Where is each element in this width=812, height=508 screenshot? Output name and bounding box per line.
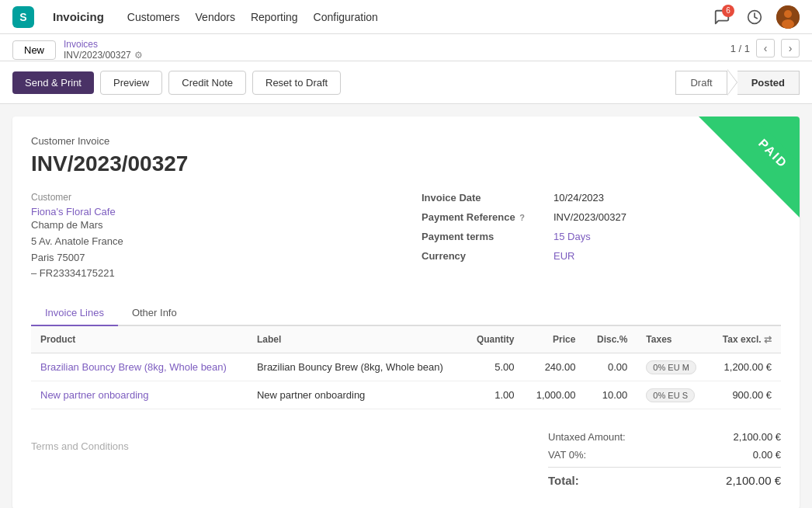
pagination: 1 / 1 ‹ › (730, 39, 800, 61)
untaxed-value: 2,100.00 € (734, 431, 781, 443)
customer-section: Customer Fiona's Floral Cafe Champ de Ma… (31, 192, 390, 282)
table-row: Brazilian Bouncy Brew (8kg, Whole bean) … (31, 353, 781, 381)
row1-disc: 0.00 (585, 353, 637, 381)
payment-reference-value: INV/2023/00327 (553, 211, 626, 223)
col-taxes: Taxes (637, 326, 709, 353)
row1-tax-badge: 0% EU M (646, 360, 696, 374)
col-disc: Disc.% (585, 326, 637, 353)
vat-value: 0.00 € (753, 449, 781, 461)
prev-page-button[interactable]: ‹ (756, 39, 775, 57)
customer-address: Champ de Mars 5 Av. Anatole France Paris… (31, 217, 123, 282)
action-bar: Send & Print Preview Credit Note Reset t… (0, 61, 812, 104)
nav-vendors[interactable]: Vendors (196, 8, 235, 26)
invoice-content: PAID Customer Invoice INV/2023/00327 Cus… (12, 117, 800, 508)
total-label: Total: (548, 474, 579, 487)
svg-point-3 (782, 19, 794, 29)
user-avatar[interactable] (776, 5, 800, 29)
currency-value[interactable]: EUR (553, 250, 574, 262)
info-section: Customer Fiona's Floral Cafe Champ de Ma… (31, 192, 781, 282)
payment-reference-info-icon[interactable]: ? (519, 213, 525, 222)
payment-terms-label: Payment terms (422, 231, 546, 242)
totals-section: Untaxed Amount: 2,100.00 € VAT 0%: 0.00 … (548, 428, 781, 490)
credit-note-button[interactable]: Credit Note (168, 71, 246, 95)
currency-label: Currency (422, 250, 546, 262)
send-print-button[interactable]: Send & Print (12, 71, 94, 94)
table-row: New partner onboarding New partner onboa… (31, 381, 781, 409)
col-price: Price (524, 326, 585, 353)
tabs: Invoice Lines Other Info (31, 301, 781, 326)
page-info: 1 / 1 (730, 43, 750, 54)
posted-status-button[interactable]: Posted (737, 71, 800, 95)
nav-customers[interactable]: Customers (127, 8, 180, 26)
messaging-icon[interactable]: 6 (711, 6, 733, 28)
col-quantity: Quantity (464, 326, 524, 353)
app-name: Invoicing (53, 10, 104, 23)
currency-row: Currency EUR (422, 250, 781, 262)
untaxed-label: Untaxed Amount: (548, 431, 626, 443)
invoice-date-label: Invoice Date (422, 192, 546, 204)
payment-reference-label: Payment Reference ? (422, 211, 546, 223)
table-settings-icon[interactable]: ⇄ (764, 334, 772, 345)
row1-label: Brazilian Bouncy Brew (8kg, Whole bean) (248, 353, 464, 381)
invoice-table: Product Label Quantity Price Disc.% Taxe… (31, 326, 781, 409)
next-page-button[interactable]: › (781, 39, 800, 57)
vat-row: VAT 0%: 0.00 € (548, 446, 781, 464)
customer-label: Customer (31, 192, 123, 203)
clock-icon[interactable] (744, 6, 765, 28)
terms-conditions[interactable]: Terms and Conditions (31, 428, 129, 465)
row1-product[interactable]: Brazilian Bouncy Brew (8kg, Whole bean) (31, 353, 248, 381)
nav-reporting[interactable]: Reporting (251, 8, 298, 26)
nav-right-section: 6 (711, 5, 800, 29)
row1-price: 240.00 (524, 353, 585, 381)
row2-product[interactable]: New partner onboarding (31, 381, 248, 409)
row2-tax: 0% EU S (637, 381, 709, 409)
message-badge: 6 (722, 5, 734, 17)
customer-name[interactable]: Fiona's Floral Cafe (31, 206, 123, 217)
row2-tax-excl: 900.00 € (710, 381, 781, 409)
breadcrumb: Invoices INV/2023/00327 ⚙ (64, 39, 143, 61)
row2-label: New partner onboarding (248, 381, 464, 409)
row2-quantity: 1.00 (464, 381, 524, 409)
row1-tax: 0% EU M (637, 353, 709, 381)
settings-gear-icon[interactable]: ⚙ (134, 50, 143, 61)
invoice-type: Customer Invoice (31, 135, 781, 147)
untaxed-amount-row: Untaxed Amount: 2,100.00 € (548, 428, 781, 446)
preview-button[interactable]: Preview (100, 71, 162, 95)
breadcrumb-current: INV/2023/00327 ⚙ (64, 50, 143, 61)
tab-invoice-lines[interactable]: Invoice Lines (31, 301, 118, 326)
payment-terms-row: Payment terms 15 Days (422, 231, 781, 242)
invoice-date-value: 10/24/2023 (553, 192, 604, 204)
app-icon: S (12, 6, 34, 28)
breadcrumb-parent[interactable]: Invoices (64, 39, 143, 50)
status-buttons: Draft Posted (675, 69, 800, 96)
paid-banner: PAID (691, 117, 800, 225)
invoice-number: INV/2023/00327 (31, 151, 781, 176)
svg-point-2 (784, 10, 792, 18)
top-navigation: S Invoicing Customers Vendors Reporting … (0, 0, 812, 34)
nav-configuration[interactable]: Configuration (314, 8, 378, 26)
row1-quantity: 5.00 (464, 353, 524, 381)
draft-status-button[interactable]: Draft (675, 71, 727, 95)
tab-other-info[interactable]: Other Info (118, 301, 191, 326)
row1-tax-excl: 1,200.00 € (710, 353, 781, 381)
col-label: Label (248, 326, 464, 353)
sub-navigation: New Invoices INV/2023/00327 ⚙ 1 / 1 ‹ › (0, 34, 812, 61)
new-button[interactable]: New (12, 40, 56, 60)
col-tax-excl: Tax excl. ⇄ (710, 326, 781, 353)
reset-to-draft-button[interactable]: Reset to Draft (252, 71, 341, 95)
col-product: Product (31, 326, 248, 353)
grand-total-row: Total: 2,100.00 € (548, 467, 781, 490)
payment-terms-value[interactable]: 15 Days (553, 231, 591, 242)
vat-label: VAT 0%: (548, 449, 586, 461)
total-value: 2,100.00 € (726, 474, 781, 487)
row2-disc: 10.00 (585, 381, 637, 409)
row2-tax-badge: 0% EU S (646, 388, 695, 402)
row2-price: 1,000.00 (524, 381, 585, 409)
